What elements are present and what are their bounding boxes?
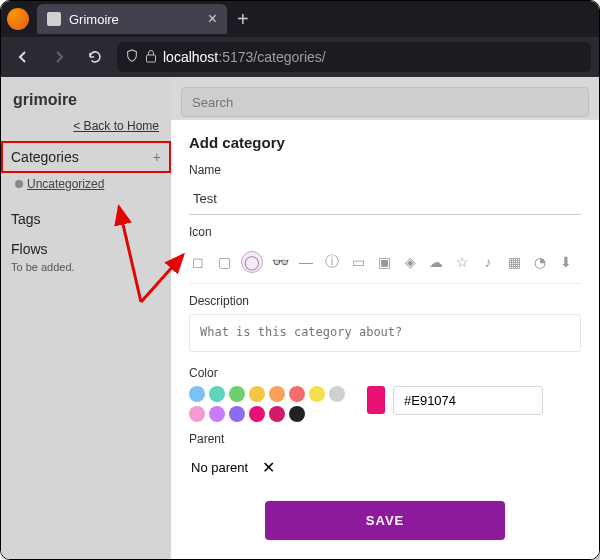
- color-swatch[interactable]: [189, 406, 205, 422]
- svg-rect-0: [147, 55, 156, 62]
- clipboard-icon[interactable]: ▢: [215, 253, 233, 271]
- color-swatch[interactable]: [209, 406, 225, 422]
- color-swatch[interactable]: [269, 386, 285, 402]
- info-icon[interactable]: ⓘ: [323, 253, 341, 271]
- download-icon[interactable]: ⬇: [557, 253, 575, 271]
- lock-icon: [145, 49, 157, 66]
- sidebar-flows-note: To be added.: [1, 261, 171, 283]
- cloud-icon[interactable]: ☁: [427, 253, 445, 271]
- browser-navbar: localhost:5173/categories/: [1, 37, 599, 77]
- tag-icon[interactable]: ◈: [401, 253, 419, 271]
- parent-clear-button[interactable]: ✕: [262, 458, 275, 477]
- sidebar-categories-label: Categories: [11, 149, 79, 165]
- add-category-icon[interactable]: +: [153, 149, 161, 165]
- color-swatch[interactable]: [209, 386, 225, 402]
- color-swatch[interactable]: [249, 406, 265, 422]
- parent-value[interactable]: No parent: [191, 460, 248, 475]
- bell-icon[interactable]: ◔: [531, 253, 549, 271]
- firefox-icon: [7, 8, 29, 30]
- star-icon[interactable]: ☆: [453, 253, 471, 271]
- tab-close-icon[interactable]: ×: [208, 10, 217, 28]
- sidebar-categories[interactable]: Categories +: [1, 141, 171, 173]
- panel-title: Add category: [189, 134, 581, 151]
- color-swatch[interactable]: [249, 386, 265, 402]
- bookmark-icon[interactable]: ◻: [189, 253, 207, 271]
- back-to-home-link[interactable]: < Back to Home: [1, 119, 171, 141]
- music-icon[interactable]: ♪: [479, 253, 497, 271]
- sidebar-flows[interactable]: Flows: [1, 231, 171, 261]
- url-bar[interactable]: localhost:5173/categories/: [117, 42, 591, 72]
- color-swatches: [189, 386, 359, 422]
- glasses-icon[interactable]: 👓: [271, 253, 289, 271]
- color-swatch[interactable]: [189, 386, 205, 402]
- folder-icon[interactable]: ▣: [375, 253, 393, 271]
- nav-forward-button[interactable]: [45, 43, 73, 71]
- description-input[interactable]: [189, 314, 581, 352]
- tab-favicon-icon: [47, 12, 61, 26]
- icon-picker: ◻▢◯👓—ⓘ▭▣◈☁☆♪▦◔⬇❝❞♡N: [189, 245, 581, 284]
- uncategorized-label: Uncategorized: [27, 177, 104, 191]
- shield-icon: [125, 49, 139, 66]
- browser-tabbar: Grimoire × +: [1, 1, 599, 37]
- color-swatch[interactable]: [309, 386, 325, 402]
- search-input[interactable]: [181, 87, 589, 117]
- main-area: Add category Name Icon ◻▢◯👓—ⓘ▭▣◈☁☆♪▦◔⬇❝❞…: [171, 77, 599, 559]
- url-text: localhost:5173/categories/: [163, 49, 326, 65]
- sidebar-item-uncategorized[interactable]: Uncategorized: [1, 173, 171, 201]
- tab-title: Grimoire: [69, 12, 200, 27]
- category-color-dot-icon: [15, 180, 23, 188]
- description-label: Description: [189, 294, 581, 308]
- add-category-panel: Add category Name Icon ◻▢◯👓—ⓘ▭▣◈☁☆♪▦◔⬇❝❞…: [171, 119, 599, 559]
- browser-tab[interactable]: Grimoire ×: [37, 4, 227, 34]
- name-input[interactable]: [189, 183, 581, 215]
- color-swatch[interactable]: [329, 386, 345, 402]
- color-swatch[interactable]: [229, 386, 245, 402]
- name-label: Name: [189, 163, 581, 177]
- sidebar-tags[interactable]: Tags: [1, 201, 171, 231]
- circle-icon[interactable]: ◯: [241, 251, 263, 273]
- save-button[interactable]: SAVE: [265, 501, 505, 540]
- color-swatch[interactable]: [269, 406, 285, 422]
- color-swatch[interactable]: [289, 406, 305, 422]
- book-icon[interactable]: ▭: [349, 253, 367, 271]
- color-hex-input[interactable]: [393, 386, 543, 415]
- color-preview-chip: [367, 386, 385, 414]
- color-label: Color: [189, 366, 581, 380]
- color-swatch[interactable]: [229, 406, 245, 422]
- parent-label: Parent: [189, 432, 581, 446]
- nav-back-button[interactable]: [9, 43, 37, 71]
- nav-reload-button[interactable]: [81, 43, 109, 71]
- icon-label: Icon: [189, 225, 581, 239]
- brand-title: grimoire: [1, 87, 171, 119]
- color-swatch[interactable]: [289, 386, 305, 402]
- grid-icon[interactable]: ▦: [505, 253, 523, 271]
- sidebar: grimoire < Back to Home Categories + Unc…: [1, 77, 171, 559]
- minus-icon[interactable]: —: [297, 253, 315, 271]
- new-tab-button[interactable]: +: [227, 8, 259, 31]
